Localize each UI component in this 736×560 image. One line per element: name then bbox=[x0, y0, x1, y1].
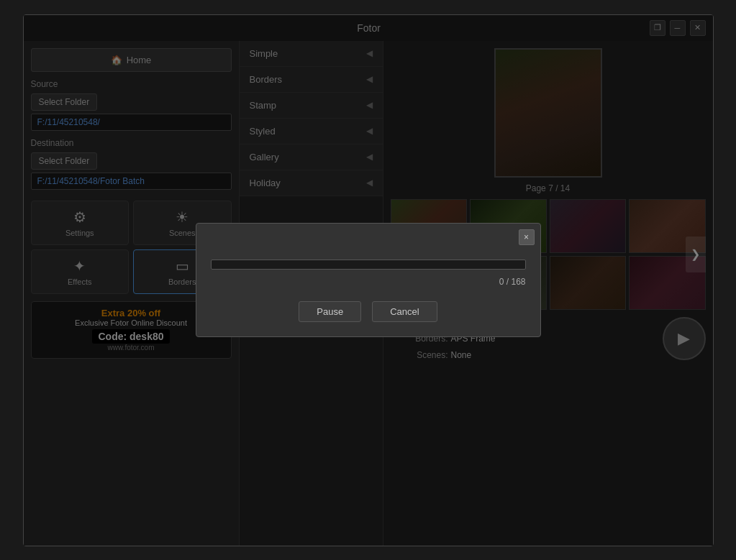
progress-sep: / bbox=[506, 277, 509, 287]
modal-overlay: × 0 / 168 Pause Cancel bbox=[24, 15, 713, 546]
pause-button[interactable]: Pause bbox=[299, 301, 361, 322]
cancel-button[interactable]: Cancel bbox=[372, 301, 437, 322]
progress-modal: × 0 / 168 Pause Cancel bbox=[196, 223, 541, 337]
modal-close-button[interactable]: × bbox=[519, 229, 535, 245]
progress-current: 0 bbox=[499, 277, 504, 287]
progress-text: 0 / 168 bbox=[211, 277, 526, 287]
modal-buttons: Pause Cancel bbox=[211, 301, 526, 322]
progress-bar-container bbox=[211, 260, 526, 270]
app-window: Fotor ❐ ─ ✕ 🏠 Home Source Select Folder … bbox=[23, 14, 714, 546]
progress-total: 168 bbox=[511, 277, 525, 287]
